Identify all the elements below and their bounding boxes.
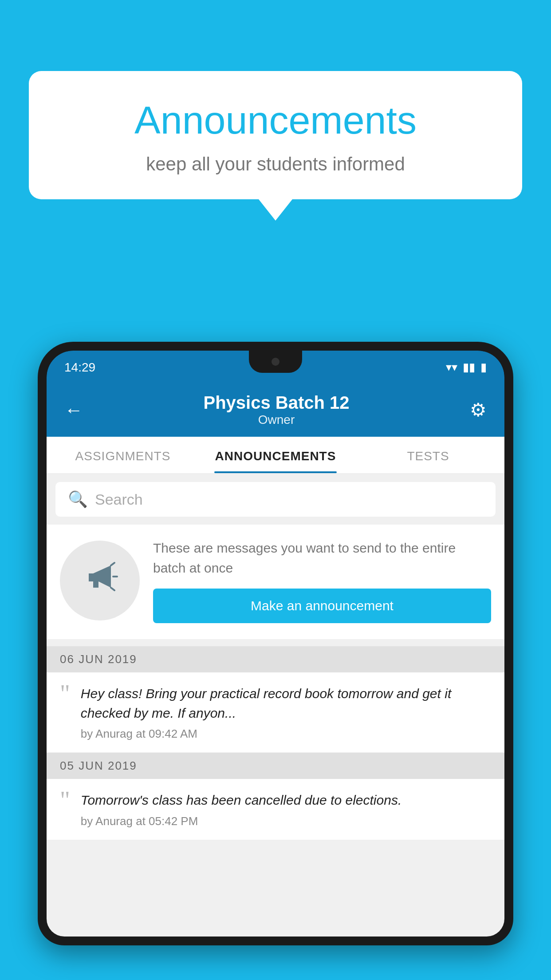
speech-bubble-title: Announcements <box>64 98 487 143</box>
announcement-item-2[interactable]: " Tomorrow's class has been cancelled du… <box>47 779 504 840</box>
status-time: 14:29 <box>64 360 95 375</box>
quote-icon-2: " <box>60 786 70 814</box>
promo-description: These are messages you want to send to t… <box>153 538 491 578</box>
announcement-meta-1: by Anurag at 09:42 AM <box>81 727 491 741</box>
notch <box>249 351 302 373</box>
make-announcement-button[interactable]: Make an announcement <box>153 589 491 623</box>
status-bar: 14:29 ▾▾ ▮▮ ▮ <box>47 351 504 384</box>
svg-line-2 <box>111 588 114 590</box>
status-icons: ▾▾ ▮▮ ▮ <box>446 360 487 374</box>
search-bar[interactable]: 🔍 Search <box>55 482 496 517</box>
date-separator-2: 05 JUN 2019 <box>47 753 504 779</box>
header-subtitle: Owner <box>203 413 349 427</box>
tab-assignments[interactable]: ASSIGNMENTS <box>47 437 199 473</box>
phone-inner: 14:29 ▾▾ ▮▮ ▮ ← Physics Batch 12 Owner ⚙ <box>47 351 504 937</box>
announcement-content-1: Hey class! Bring your practical record b… <box>81 684 491 741</box>
header-center: Physics Batch 12 Owner <box>203 393 349 427</box>
app-header: ← Physics Batch 12 Owner ⚙ <box>47 384 504 437</box>
speech-bubble-container: Announcements keep all your students inf… <box>29 71 522 221</box>
header-title: Physics Batch 12 <box>203 393 349 413</box>
date-separator-1: 06 JUN 2019 <box>47 646 504 672</box>
megaphone-icon <box>80 557 120 605</box>
phone-wrapper: 14:29 ▾▾ ▮▮ ▮ ← Physics Batch 12 Owner ⚙ <box>38 342 513 980</box>
announcement-item-1[interactable]: " Hey class! Bring your practical record… <box>47 672 504 753</box>
announcement-content-2: Tomorrow's class has been cancelled due … <box>81 790 401 828</box>
search-icon: 🔍 <box>68 490 88 509</box>
battery-icon: ▮ <box>480 360 487 374</box>
promo-icon-circle <box>60 541 140 620</box>
wifi-icon: ▾▾ <box>446 360 457 374</box>
camera <box>272 358 279 366</box>
tabs-bar: ASSIGNMENTS ANNOUNCEMENTS TESTS <box>47 437 504 474</box>
search-placeholder: Search <box>95 491 143 508</box>
announcement-meta-2: by Anurag at 05:42 PM <box>81 814 401 828</box>
quote-icon-1: " <box>60 680 70 708</box>
settings-icon[interactable]: ⚙ <box>470 399 487 421</box>
promo-right: These are messages you want to send to t… <box>153 538 491 623</box>
announcement-text-1: Hey class! Bring your practical record b… <box>81 684 491 723</box>
tab-tests[interactable]: TESTS <box>352 437 504 473</box>
signal-icon: ▮▮ <box>463 360 475 374</box>
speech-bubble: Announcements keep all your students inf… <box>29 71 522 199</box>
screen-content: 🔍 Search <box>47 474 504 937</box>
promo-card: These are messages you want to send to t… <box>47 525 504 639</box>
announcement-text-2: Tomorrow's class has been cancelled due … <box>81 790 401 810</box>
phone-frame: 14:29 ▾▾ ▮▮ ▮ ← Physics Batch 12 Owner ⚙ <box>38 342 513 945</box>
speech-bubble-subtitle: keep all your students informed <box>64 154 487 175</box>
tab-announcements[interactable]: ANNOUNCEMENTS <box>199 437 352 473</box>
back-button[interactable]: ← <box>64 399 83 421</box>
svg-line-0 <box>111 563 114 565</box>
speech-bubble-arrow <box>259 199 292 221</box>
